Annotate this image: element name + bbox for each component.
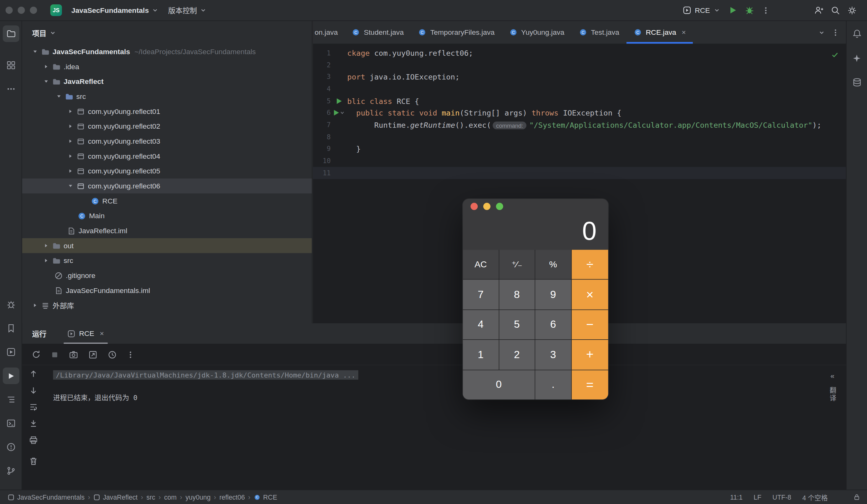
search-everywhere-button[interactable] [827,2,844,18]
calc-7-button[interactable]: 7 [463,280,499,309]
tree-item-javareflect-iml[interactable]: JavaReflect.iml [22,223,312,238]
readonly-lock-icon[interactable] [853,493,860,501]
calc-5-button[interactable]: 5 [499,310,535,339]
breadcrumb-src[interactable]: src [146,493,155,501]
tab-temporaryfiles-java[interactable]: C TemporaryFiles.java [411,21,502,44]
calc-4-button[interactable]: 4 [463,310,499,339]
line-separator-widget[interactable]: LF [753,493,761,501]
calc-plusminus-button[interactable]: ⁺⁄₋ [499,250,535,279]
calc-9-button[interactable]: 9 [535,280,571,309]
tree-item-src-root[interactable]: src [22,253,312,268]
run-button[interactable] [725,2,741,18]
breadcrumb-project[interactable]: JavaSecFundamentals [8,493,85,501]
run-more-options-button[interactable] [127,351,135,359]
tree-item-idea[interactable]: .idea [22,59,312,74]
stop-button[interactable] [51,350,59,359]
calc-plus-button[interactable]: + [571,340,608,369]
chevron-right-icon[interactable] [65,138,75,144]
tree-item-reflect05[interactable]: com.yuy0ung.reflect05 [22,164,312,179]
calc-minus-button[interactable]: − [571,310,608,339]
run-main-gutter-icon[interactable] [333,110,339,116]
database-button[interactable] [848,74,865,91]
console-command-line[interactable]: /Library/Java/JavaVirtualMachines/jdk-1.… [53,370,358,380]
tree-item-src[interactable]: src [22,89,312,104]
services-tool-button[interactable] [2,344,19,360]
scroll-to-end-button[interactable] [29,419,38,428]
bookmarks-tool-button[interactable] [2,320,19,337]
modules-tool-button[interactable] [2,57,19,74]
terminal-tool-button[interactable] [2,415,19,432]
code-editor[interactable]: 1 ckage com.yuy0ung.reflect06; 2 3 port … [313,44,846,179]
run-tab-rce[interactable]: RCE × [62,324,110,344]
tree-item-reflect02[interactable]: com.yuy0ung.reflect02 [22,119,312,134]
calc-8-button[interactable]: 8 [499,280,535,309]
tab-student-java[interactable]: C Student.java [344,21,411,44]
ai-assistant-button[interactable] [848,50,865,66]
tree-item-javareflect[interactable]: JavaReflect [22,74,312,89]
breadcrumb-reflect06[interactable]: reflect06 [220,493,245,501]
calc-6-button[interactable]: 6 [535,310,571,339]
print-button[interactable] [29,436,38,445]
tab-yuy0ung-java[interactable]: C Yuy0ung.java [502,21,571,44]
project-panel-header[interactable]: 项目 [22,21,312,44]
calc-multiply-button[interactable]: × [571,280,608,309]
tab-rce-java[interactable]: C RCE.java × [627,21,693,44]
tree-item-main-class[interactable]: C Main [22,208,312,223]
tree-item-reflect03[interactable]: com.yuy0ung.reflect03 [22,134,312,149]
tree-item-javasecfundamentals-iml[interactable]: JavaSecFundamentals.iml [22,283,312,298]
notifications-button[interactable] [848,25,865,42]
run-tool-button[interactable] [2,368,19,384]
settings-button[interactable] [844,2,860,18]
chevron-right-icon[interactable] [30,303,40,308]
clear-console-button[interactable] [29,457,38,466]
chevron-down-icon[interactable] [65,183,75,189]
close-tab-icon[interactable]: × [682,28,686,36]
chevron-right-icon[interactable] [65,168,75,174]
window-zoom-button[interactable] [30,7,37,14]
indent-widget[interactable]: 4 个空格 [802,492,827,502]
problems-tool-button[interactable] [2,439,19,456]
down-stacktrace-button[interactable] [29,386,38,395]
calc-1-button[interactable]: 1 [463,340,499,369]
close-run-tab-icon[interactable]: × [100,329,104,338]
calculator-zoom-button[interactable] [496,203,503,210]
calculator-window[interactable]: 0 AC ⁺⁄₋ % ÷ 7 8 9 × 4 5 6 − 1 2 3 + 0 .… [463,199,608,400]
tree-item-reflect01[interactable]: com.yuy0ung.reflect01 [22,104,312,119]
breadcrumb-rce[interactable]: C RCE [254,493,277,501]
calculator-minimize-button[interactable] [483,203,491,210]
translation-tool-tab[interactable]: 翻译 [828,387,837,402]
profiler-button[interactable] [107,350,117,360]
window-minimize-button[interactable] [18,7,25,14]
more-vertical-icon[interactable] [832,29,839,36]
window-close-button[interactable] [6,7,13,14]
chevron-right-icon[interactable] [41,258,51,264]
tree-item-rce-class[interactable]: C RCE [22,194,312,208]
chevron-right-icon[interactable] [65,108,75,114]
tab-test-java[interactable]: C Test.java [571,21,627,44]
chevron-right-icon[interactable] [65,123,75,129]
chevron-down-icon[interactable] [340,111,344,115]
debug-button[interactable] [741,2,758,18]
calc-3-button[interactable]: 3 [535,340,571,369]
calc-ac-button[interactable]: AC [463,250,499,279]
tree-item-reflect06-selected[interactable]: com.yuy0ung.reflect06 [22,178,312,194]
collapse-chevron-icon[interactable]: « [830,372,834,380]
caret-position-widget[interactable]: 11:1 [730,493,743,501]
structure-tool-button[interactable] [2,391,19,408]
chevron-right-icon[interactable] [41,243,51,249]
tree-item-project-root[interactable]: JavaSecFundamentals ~/IdeaProjects/JavaS… [22,44,312,59]
tree-item-reflect04[interactable]: com.yuy0ung.reflect04 [22,149,312,164]
breadcrumb-module[interactable]: JavaReflect [93,493,138,501]
more-tool-windows-button[interactable] [2,81,19,97]
run-console[interactable]: /Library/Java/JavaVirtualMachines/jdk-1.… [44,365,846,490]
chevron-down-icon[interactable] [54,93,64,99]
code-with-me-button[interactable] [811,2,827,18]
vcs-menu[interactable]: 版本控制 [163,2,212,18]
calculator-close-button[interactable] [470,203,478,210]
soft-wrap-button[interactable] [29,402,38,412]
calc-0-button[interactable]: 0 [463,370,535,399]
calc-decimal-button[interactable]: . [535,370,571,399]
chevron-right-icon[interactable] [41,64,51,69]
calc-equals-button[interactable]: = [571,370,608,399]
chevron-down-icon[interactable] [30,48,40,54]
